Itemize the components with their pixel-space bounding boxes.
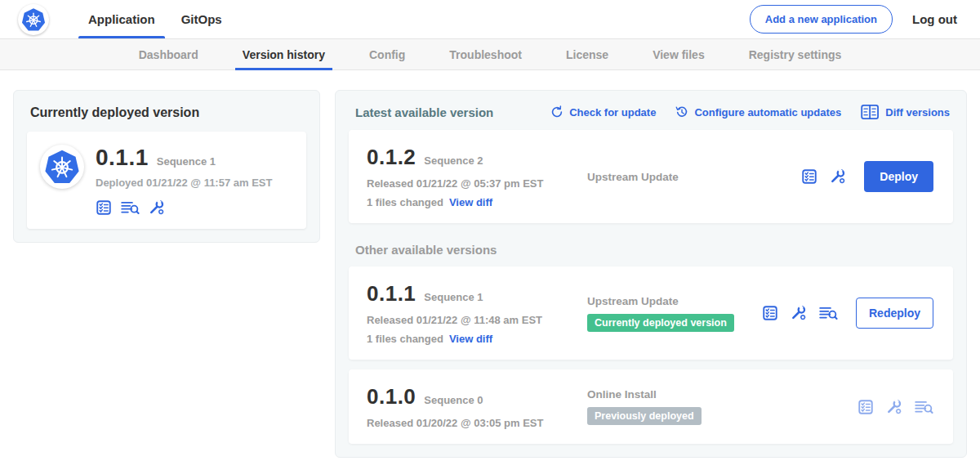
version-number: 0.1.2 — [367, 145, 416, 170]
subtab-view-files[interactable]: View files — [630, 39, 727, 69]
subtab-config-label: Config — [369, 48, 405, 61]
preflight-checks-icon[interactable] — [858, 399, 874, 415]
subtab-version-history-label: Version history — [243, 48, 325, 61]
released-timestamp: Released 01/21/22 @ 05:37 pm EST — [367, 177, 572, 190]
preflight-checks-icon[interactable] — [96, 199, 112, 216]
version-source: Upstream Update — [587, 295, 762, 307]
refresh-icon — [550, 105, 564, 119]
sequence-label: Sequence 0 — [424, 394, 483, 406]
subtab-registry-settings[interactable]: Registry settings — [727, 39, 864, 69]
subtab-dashboard[interactable]: Dashboard — [117, 39, 220, 69]
sequence-label: Sequence 2 — [424, 154, 483, 167]
version-history-panel: Latest available version Check for updat… — [335, 90, 967, 458]
version-source: Online Install — [587, 388, 858, 401]
currently-deployed-title: Currently deployed version — [30, 105, 306, 120]
tab-application[interactable]: Application — [75, 0, 168, 38]
configure-automatic-updates-link[interactable]: Configure automatic updates — [675, 105, 841, 119]
preflight-checks-icon[interactable] — [801, 168, 817, 185]
edit-config-icon[interactable] — [830, 168, 846, 185]
preflight-checks-icon[interactable] — [762, 305, 778, 321]
kubernetes-logo-icon[interactable] — [18, 4, 49, 35]
diff-versions-link[interactable]: Diff versions — [861, 104, 950, 120]
currently-deployed-badge: Currently deployed version — [587, 314, 734, 332]
latest-version-title: Latest available version — [355, 105, 493, 119]
edit-config-icon[interactable] — [791, 305, 807, 321]
deploy-button[interactable]: Deploy — [864, 161, 933, 192]
sequence-label: Sequence 1 — [424, 291, 483, 303]
app-switcher-tabs: Application GitOps — [75, 0, 235, 38]
subtab-version-history[interactable]: Version history — [220, 39, 347, 69]
edit-config-icon[interactable] — [149, 199, 165, 216]
check-for-update-label: Check for update — [569, 106, 656, 119]
previously-deployed-badge: Previously deployed — [587, 407, 702, 425]
subtab-license-label: License — [566, 48, 608, 61]
schedule-update-icon — [675, 105, 688, 119]
released-timestamp: Released 01/21/22 @ 11:48 am EST — [367, 314, 572, 326]
files-changed-label: 1 files changed — [367, 333, 443, 345]
logout-button[interactable]: Log out — [912, 12, 957, 26]
deployed-sequence-label: Sequence 1 — [157, 155, 216, 168]
view-diff-link[interactable]: View diff — [449, 333, 492, 345]
main-content: Currently deployed version 0.1 — [0, 70, 980, 458]
deploy-logs-icon[interactable] — [915, 399, 933, 415]
subtab-license[interactable]: License — [544, 39, 630, 69]
kubernetes-logo-icon — [40, 145, 84, 189]
subtab-dashboard-label: Dashboard — [139, 48, 198, 61]
version-row: 0.1.0 Sequence 0 Released 01/20/22 @ 03:… — [349, 369, 953, 444]
app-subnav: Dashboard Version history Config Trouble… — [0, 38, 980, 70]
subtab-registry-settings-label: Registry settings — [749, 48, 842, 61]
other-versions-title: Other available versions — [355, 243, 953, 257]
version-row: 0.1.2 Sequence 2 Released 01/21/22 @ 05:… — [349, 130, 953, 223]
tab-gitops[interactable]: GitOps — [168, 0, 235, 38]
deployed-timestamp: Deployed 01/21/22 @ 11:57 am EST — [96, 177, 272, 189]
version-row: 0.1.1 Sequence 1 Released 01/21/22 @ 11:… — [349, 266, 953, 360]
version-number: 0.1.1 — [367, 281, 416, 307]
tab-application-label: Application — [88, 12, 155, 26]
version-number: 0.1.0 — [367, 384, 416, 410]
tab-gitops-label: GitOps — [181, 12, 222, 26]
currently-deployed-panel: Currently deployed version 0.1 — [13, 90, 320, 243]
view-diff-link[interactable]: View diff — [449, 196, 492, 208]
deployed-version-number: 0.1.1 — [96, 145, 149, 171]
version-source: Upstream Update — [587, 171, 801, 183]
diff-icon — [861, 104, 880, 120]
check-for-update-link[interactable]: Check for update — [550, 105, 656, 119]
diff-versions-label: Diff versions — [885, 106, 950, 119]
released-timestamp: Released 01/20/22 @ 03:05 pm EST — [367, 417, 572, 429]
currently-deployed-card: 0.1.1 Sequence 1 Deployed 01/21/22 @ 11:… — [27, 132, 306, 229]
redeploy-button[interactable]: Redeploy — [856, 298, 933, 329]
subtab-config[interactable]: Config — [347, 39, 427, 69]
add-application-button[interactable]: Add a new application — [750, 5, 893, 34]
subtab-troubleshoot[interactable]: Troubleshoot — [427, 39, 544, 69]
deploy-logs-icon[interactable] — [121, 199, 140, 216]
deploy-logs-icon[interactable] — [819, 305, 838, 321]
subtab-troubleshoot-label: Troubleshoot — [449, 48, 522, 61]
top-header: Application GitOps Add a new application… — [0, 0, 980, 38]
configure-automatic-updates-label: Configure automatic updates — [694, 106, 841, 119]
files-changed-label: 1 files changed — [367, 196, 443, 208]
subtab-view-files-label: View files — [653, 48, 705, 61]
edit-config-icon[interactable] — [886, 399, 902, 415]
